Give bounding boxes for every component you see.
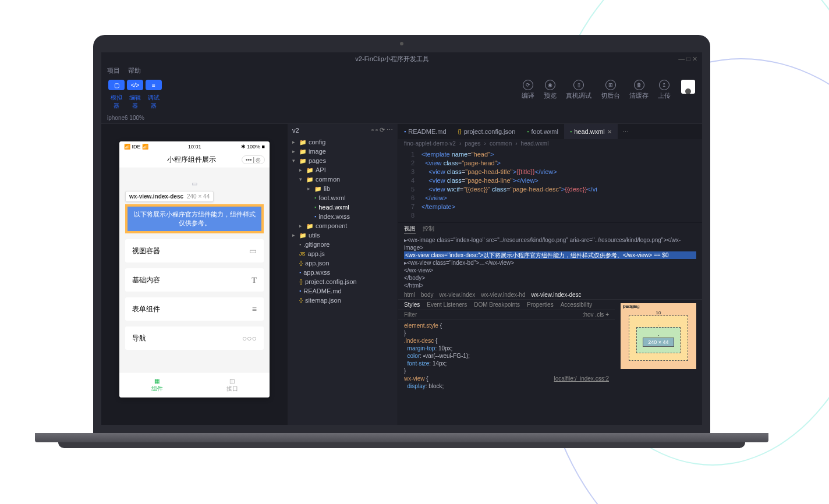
close-icon[interactable]: ✕: [607, 129, 612, 135]
style-tab[interactable]: Accessibility: [561, 301, 592, 308]
devtools-style-tabs: StylesEvent ListenersDOM BreakpointsProp…: [398, 300, 615, 310]
dt-tab-console[interactable]: 控制: [423, 225, 434, 233]
cube-icon: ◫: [229, 378, 235, 384]
dom-path-segment[interactable]: wx-view.index-desc: [531, 292, 581, 298]
phone-status-bar: 📶 IDE 📶 10:01 ✱ 100% ■: [119, 141, 270, 152]
tabs-more[interactable]: ⋯: [618, 128, 633, 136]
dt-tab-view[interactable]: 视图: [404, 225, 416, 233]
device-info: iphone6 100%: [101, 112, 702, 124]
action-compile[interactable]: ⟳编译: [517, 80, 539, 100]
tree-node[interactable]: ▸📁image: [288, 147, 398, 156]
phone-nav-bar: 小程序组件展示 •••|◎: [119, 152, 270, 168]
tree-node[interactable]: ▪app.wxss: [288, 268, 398, 277]
devtools-css[interactable]: element.style { }.index-desc {</span></d…: [398, 320, 615, 392]
tree-node[interactable]: ▪head.wxml: [288, 203, 398, 212]
tree-node[interactable]: ▾📁common: [288, 175, 398, 184]
action-remote-debug[interactable]: ▯真机调试: [561, 80, 596, 100]
style-tab[interactable]: Properties: [527, 301, 554, 308]
mode-debugger-label: 调试器: [146, 94, 162, 110]
inspected-element[interactable]: 以下将展示小程序官方组件能力，组件样式仅供参考。: [125, 204, 264, 233]
devtools-dom[interactable]: ▸<wx-image class="index-logo" src="../re…: [398, 235, 702, 290]
tree-node[interactable]: {}project.config.json: [288, 277, 398, 286]
style-tab[interactable]: DOM Breakpoints: [474, 301, 520, 308]
file-explorer: v2 ▫ ▫ ⟳ ⋯ ▸📁config▸📁image▾📁pages▸📁API▾📁…: [288, 124, 398, 425]
list-item[interactable]: 视图容器▭: [125, 239, 264, 262]
grid-icon: ▦: [154, 378, 160, 384]
tree-node[interactable]: ▪foot.wxml: [288, 193, 398, 203]
logo-placeholder: ▭: [125, 180, 264, 187]
tree-node[interactable]: ▪README.md: [288, 286, 398, 296]
tree-node[interactable]: ▪index.wxss: [288, 212, 398, 221]
devtools-panel-tabs: 视图 控制: [398, 223, 702, 235]
list-item[interactable]: 基础内容𝐓: [125, 268, 264, 292]
list-item-icon: ≡: [252, 304, 257, 314]
devtools-dom-path[interactable]: htmlbodywx-view.indexwx-view.index-hdwx-…: [398, 290, 702, 299]
tree-node[interactable]: ▸📁API: [288, 165, 398, 175]
ide-window: v2-FinClip小程序开发工具 — □ ✕ 项目 帮助 ▢ </> ≡ 模拟…: [101, 52, 702, 425]
avatar[interactable]: [681, 80, 695, 94]
list-item-icon: 𝐓: [251, 275, 257, 285]
breadcrumb-segment[interactable]: pages: [465, 140, 480, 147]
menu-help[interactable]: 帮助: [128, 66, 141, 75]
tab-component[interactable]: ▦组件: [119, 372, 194, 397]
mode-editor-button[interactable]: </>: [127, 80, 143, 90]
dom-path-segment[interactable]: body: [421, 292, 434, 298]
box-model: margin10 border- padding- 240 × 44: [615, 300, 702, 425]
menubar: 项目 帮助: [101, 65, 702, 76]
editor-area: ▪README.md{}project.config.json▪foot.wxm…: [398, 124, 702, 425]
tree-node[interactable]: ▸📁lib: [288, 184, 398, 193]
tree-node[interactable]: ▸📁component: [288, 221, 398, 230]
style-tab[interactable]: Styles: [404, 301, 420, 308]
tab-interface[interactable]: ◫接口: [194, 372, 270, 397]
explorer-actions[interactable]: ▫ ▫ ⟳ ⋯: [371, 126, 393, 134]
phone-nav-title: 小程序组件展示: [141, 155, 242, 165]
phone-capsule[interactable]: •••|◎: [242, 155, 265, 164]
laptop-mockup: v2-FinClip小程序开发工具 — □ ✕ 项目 帮助 ▢ </> ≡ 模拟…: [93, 35, 710, 448]
editor-tab[interactable]: ▪README.md: [398, 124, 452, 139]
tree-node[interactable]: ▾📁pages: [288, 156, 398, 165]
breadcrumb-segment[interactable]: head.wxml: [521, 140, 549, 147]
inspect-tooltip: wx-view.index-desc 240 × 44: [125, 191, 214, 202]
dom-path-segment[interactable]: wx-view.index: [440, 292, 476, 298]
action-preview[interactable]: ◉预览: [539, 80, 561, 100]
list-item-icon: ○○○: [242, 333, 257, 343]
editor-tab[interactable]: ▪head.wxml✕: [564, 124, 618, 139]
camera-dot: [400, 42, 403, 45]
list-item[interactable]: 表单组件≡: [125, 297, 264, 321]
dom-path-segment[interactable]: html: [404, 292, 415, 298]
list-item[interactable]: 导航○○○: [125, 326, 264, 350]
tree-node[interactable]: {}app.json: [288, 258, 398, 268]
editor-tab[interactable]: {}project.config.json: [452, 124, 522, 139]
style-filter-input[interactable]: [404, 311, 577, 318]
simulator-panel: 📶 IDE 📶 10:01 ✱ 100% ■ 小程序组件展示 •••|◎ ▭: [101, 124, 288, 425]
list-item-icon: ▭: [249, 246, 257, 255]
editor-tab[interactable]: ▪foot.wxml: [521, 124, 564, 139]
explorer-root[interactable]: v2: [292, 127, 299, 134]
titlebar: v2-FinClip小程序开发工具 — □ ✕: [101, 52, 702, 65]
mode-simulator-button[interactable]: ▢: [108, 80, 125, 90]
window-title: v2-FinClip小程序开发工具: [106, 55, 678, 63]
code-editor[interactable]: 1<template name="head">2 <view class="pa…: [398, 148, 702, 222]
mode-simulator-label: 模拟器: [108, 94, 125, 110]
phone-tabbar: ▦组件 ◫接口: [119, 372, 270, 397]
window-controls[interactable]: — □ ✕: [678, 55, 697, 63]
breadcrumb: fino-applet-demo-v2›pages›common›head.wx…: [398, 139, 702, 148]
file-tree: ▸📁config▸📁image▾📁pages▸📁API▾📁common▸📁lib…: [288, 136, 398, 306]
breadcrumb-segment[interactable]: common: [490, 140, 512, 147]
breadcrumb-segment[interactable]: fino-applet-demo-v2: [404, 140, 456, 147]
menu-project[interactable]: 项目: [107, 66, 120, 75]
action-background[interactable]: ⊞切后台: [596, 80, 625, 100]
action-clear-cache[interactable]: 🗑清缓存: [625, 80, 653, 100]
style-tab[interactable]: Event Listeners: [427, 301, 467, 308]
dom-path-segment[interactable]: wx-view.index-hd: [481, 292, 525, 298]
mode-debugger-button[interactable]: ≡: [146, 80, 162, 90]
editor-tabs: ▪README.md{}project.config.json▪foot.wxm…: [398, 124, 702, 139]
tree-node[interactable]: JSapp.js: [288, 249, 398, 258]
tree-node[interactable]: {}sitemap.json: [288, 296, 398, 305]
tree-node[interactable]: ▪.gitignore: [288, 240, 398, 249]
mode-editor-label: 编辑器: [127, 94, 143, 110]
style-filter-buttons[interactable]: :hov .cls +: [583, 311, 609, 318]
tree-node[interactable]: ▸📁utils: [288, 230, 398, 240]
action-upload[interactable]: ↥上传: [653, 80, 675, 100]
tree-node[interactable]: ▸📁config: [288, 137, 398, 147]
